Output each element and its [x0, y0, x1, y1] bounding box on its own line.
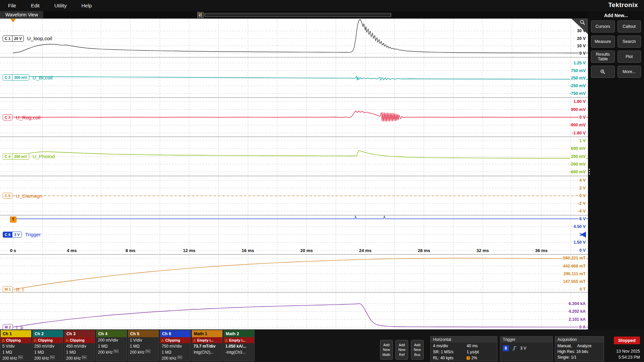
add-new-bus-button[interactable]: Add New Bus: [411, 340, 424, 360]
channel-handle-ch3[interactable]: C 3U_Rog,coil: [3, 114, 41, 121]
channel-setting-row: 1 MΩ: [160, 349, 191, 355]
channel-badge-ch2[interactable]: C 2300 mV: [3, 74, 29, 80]
acquisition-status-badge[interactable]: Stopped: [614, 337, 640, 344]
axis-tick-label-ch1: 10 V: [576, 43, 586, 49]
channel-label-ch5: U_Diamagn: [16, 193, 42, 199]
add-new-header: Add New...: [588, 11, 644, 20]
channel-handle-m1[interactable]: M 1B_t: [3, 286, 24, 293]
channel-badge-ch1[interactable]: C 120 V: [3, 36, 24, 42]
channel-scale-ch4: 200 mV: [12, 154, 29, 159]
axis-tick-label-ch6: 4.50 V: [573, 224, 586, 229]
tektronix-logo: Tektronix: [608, 1, 638, 9]
add-new-ref-button[interactable]: Add New Ref: [395, 340, 408, 360]
axis-tick-label-ch4: 600 mV: [570, 146, 586, 151]
channel-strip-ch-5[interactable]: Ch 51 V/div1 MΩ200 kHzBw: [128, 330, 159, 361]
channel-strip-tab[interactable]: Ch 3: [64, 330, 95, 337]
channel-handle-ch4[interactable]: C 4200 mVU_Photod: [3, 153, 55, 160]
channel-setting-row: Intg(Ch2)...: [192, 349, 222, 355]
channel-strip-tab[interactable]: Ch 6: [160, 330, 191, 337]
channel-strip-tab[interactable]: Ch 5: [128, 330, 159, 337]
time-axis-label: 8 ms: [120, 248, 141, 253]
axis-tick-label-ch2: 750 mV: [570, 68, 586, 73]
channel-badge-ch4[interactable]: C 4200 mV: [3, 154, 29, 160]
clipping-warning: ⚠Clipping: [160, 337, 191, 343]
channel-strip-tab[interactable]: Ch 4: [96, 330, 127, 337]
channel-handle-ch1[interactable]: C 120 VU_loop,coil: [3, 35, 52, 42]
menu-item-edit[interactable]: Edit: [31, 3, 40, 8]
channel-badge-name-ch5: C 5: [3, 193, 12, 198]
warning-icon: ⚠: [161, 339, 164, 342]
acquisition-panel[interactable]: Acquisition Manual, Analyze High Res: 16…: [555, 336, 604, 361]
channel-badge-ch5[interactable]: C 5: [3, 193, 12, 199]
sidebar-button-zoom[interactable]: [591, 66, 615, 78]
date-label: 13 Nov 2025: [616, 349, 640, 354]
axis-tick-label-ch5: 4 V: [579, 178, 586, 183]
time-axis-label: 16 ms: [238, 248, 258, 253]
trigger-panel[interactable]: Trigger 6 3 V: [500, 336, 553, 361]
channel-handle-ch6[interactable]: C 63 VTrigger: [3, 231, 41, 238]
menu-item-help[interactable]: Help: [82, 3, 92, 8]
channel-strip-ch-6[interactable]: Ch 6⚠Clipping750 mV/div1 MΩ200 kHzBw: [160, 330, 191, 361]
channel-setting-row: 200 kHzBw: [33, 355, 63, 361]
channel-strip-tab[interactable]: Ch 1: [1, 330, 31, 337]
channel-handle-ch2[interactable]: C 2300 mVU_Bt,coil: [3, 74, 53, 81]
time-axis-label: 4 ms: [62, 248, 82, 253]
trigger-source-flag[interactable]: T: [10, 217, 16, 223]
channel-strip-ch-2[interactable]: Ch 2⚠Clipping250 mV/div1 MΩ200 kHzBw: [32, 330, 63, 361]
channel-badge-m1[interactable]: M 1: [3, 286, 13, 292]
channel-badge-ch6[interactable]: C 63 V: [3, 232, 22, 238]
channel-handle-ch5[interactable]: C 5U_Diamagn: [3, 192, 42, 199]
channel-badge-name-m2: M 2: [3, 324, 12, 330]
clipping-warning: ⚠Clipping: [33, 337, 63, 343]
acquisition-resolution: High Res: 16 bits: [557, 349, 588, 355]
channel-badge-ch3[interactable]: C 3: [3, 114, 12, 120]
axis-tick-label-m2: 2.101 kA: [568, 317, 586, 322]
channel-label-ch6: Trigger: [25, 232, 41, 237]
channel-strip-body: ⚠Clipping750 mV/div1 MΩ200 kHzBw: [160, 337, 191, 361]
channel-badge-name-ch4: C 4: [3, 154, 12, 159]
sidebar-button-search[interactable]: Search: [618, 36, 641, 48]
trigger-level: 3 V: [520, 346, 526, 351]
axis-tick-label-ch2: 1.25 V: [573, 60, 586, 66]
warning-icon: ⚠: [34, 339, 37, 342]
warning-icon: ⚠: [193, 339, 196, 342]
channel-label-ch1: U_loop,coil: [27, 36, 52, 41]
channel-strip-ch-1[interactable]: Ch 1⚠Clipping5 V/div1 MΩ200 kHzBw: [0, 330, 32, 361]
plot-overlays: 30 V20 V10 V0 VC 120 VU_loop,coil1.25 V7…: [0, 11, 588, 329]
acquisition-panel-title: Acquisition: [555, 337, 604, 343]
channel-strip-tab[interactable]: Ch 2: [33, 330, 63, 337]
horizontal-span: 40 ms: [467, 343, 495, 349]
channel-strip-tab[interactable]: Math 1: [192, 330, 222, 337]
channel-badge-name-m1: M 1: [3, 287, 12, 292]
axis-tick-label-ch5: 2 V: [579, 185, 586, 191]
axis-tick-label-m2: 6.304 kA: [568, 301, 586, 306]
channel-setting-row: 1 MΩ: [96, 343, 127, 349]
channel-setting-row: 5 V/div: [1, 343, 31, 349]
panel-drag-handle[interactable]: [589, 169, 590, 175]
sidebar-button-callout[interactable]: Callout: [618, 20, 641, 33]
channel-strip-ch-3[interactable]: Ch 3⚠Clipping450 mV/div1 MΩ200 kHzBw: [64, 330, 95, 361]
sidebar-button-results-table[interactable]: Results Table: [591, 51, 615, 63]
sidebar-button-more[interactable]: More...: [618, 66, 641, 78]
horizontal-panel[interactable]: Horizontal 4 ms/div 40 ms SR: 1 MS/s 1 µ…: [430, 336, 497, 361]
channel-badge-name-ch6: C 6: [3, 232, 12, 237]
channel-strip-math-1[interactable]: Math 1⚠Empty i...73.7 mT/divIntg(Ch2)...: [192, 330, 223, 361]
axis-tick-label-ch3: 0 V: [579, 115, 586, 120]
sidebar-button-measure[interactable]: Measure: [591, 36, 615, 48]
channel-label-ch2: U_Bt,coil: [33, 75, 53, 80]
sidebar-button-cursors[interactable]: Cursors: [591, 20, 615, 33]
channel-strip-tab[interactable]: Math 2: [224, 330, 254, 337]
channel-setting-row: 1 MΩ: [33, 349, 63, 355]
channel-strip-ch-4[interactable]: Ch 4200 mV/div1 MΩ200 kHzBw: [96, 330, 127, 361]
axis-tick-label-ch1: 20 V: [576, 36, 586, 41]
menu-item-utility[interactable]: Utility: [54, 3, 67, 8]
channel-strip-math-2[interactable]: Math 2⚠Empty i...1.050 kA/...-Intg(Ch3..…: [223, 330, 255, 361]
channel-setting-row: 200 kHzBw: [128, 349, 159, 355]
sidebar-button-plot[interactable]: Plot: [618, 51, 641, 63]
menu: FileEditUtilityHelp: [0, 3, 92, 8]
time-axis-label: 24 ms: [355, 248, 375, 253]
menu-item-file[interactable]: File: [8, 3, 16, 8]
add-new-math-button[interactable]: Add New Math: [380, 340, 393, 360]
trigger-level-marker[interactable]: [581, 232, 586, 238]
channel-scale-ch2: 300 mV: [12, 75, 29, 80]
